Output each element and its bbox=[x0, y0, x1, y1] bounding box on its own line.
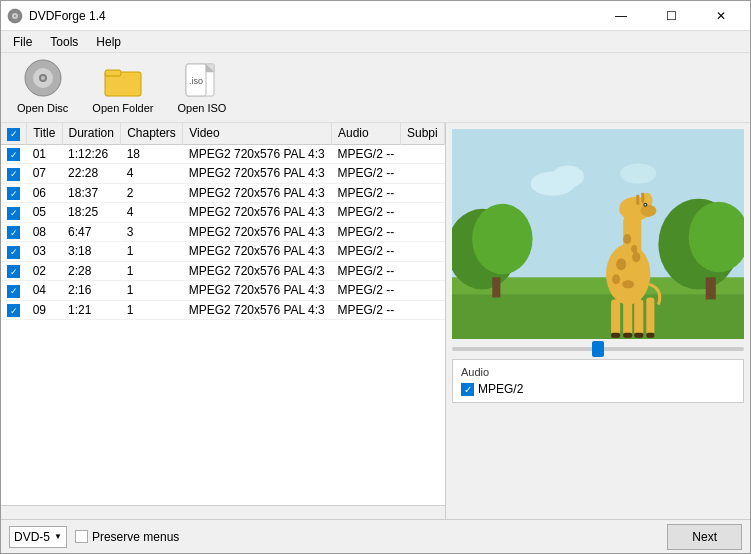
open-iso-label: Open ISO bbox=[178, 102, 227, 114]
table-row[interactable]: ✓ 01 1:12:26 18 MPEG2 720x576 PAL 4:3 MP… bbox=[1, 144, 445, 164]
left-panel: ✓ Title Duration Chapters Video Audio Su… bbox=[1, 123, 446, 519]
dvd-type-dropdown[interactable]: DVD-5 ▼ bbox=[9, 526, 67, 548]
toolbar: Open Disc Open Folder .iso Open ISO bbox=[1, 53, 750, 123]
row-chapters: 4 bbox=[121, 203, 183, 223]
content-area: ✓ Title Duration Chapters Video Audio Su… bbox=[1, 123, 750, 519]
iso-icon: .iso bbox=[182, 62, 222, 98]
row-checkbox-cell[interactable]: ✓ bbox=[1, 242, 27, 262]
title-bar: DVDForge 1.4 — ☐ ✕ bbox=[1, 1, 750, 31]
svg-rect-46 bbox=[623, 333, 632, 338]
audio-mpeg2-label: MPEG/2 bbox=[478, 382, 523, 396]
open-folder-button[interactable]: Open Folder bbox=[86, 60, 159, 116]
next-button[interactable]: Next bbox=[667, 524, 742, 550]
row-title: 02 bbox=[27, 261, 62, 281]
svg-point-39 bbox=[623, 234, 631, 244]
table-row[interactable]: ✓ 04 2:16 1 MPEG2 720x576 PAL 4:3 MPEG/2… bbox=[1, 281, 445, 301]
select-all-checkbox[interactable]: ✓ bbox=[7, 128, 20, 141]
slider-thumb[interactable] bbox=[592, 341, 604, 357]
row-checkbox[interactable]: ✓ bbox=[7, 304, 20, 317]
row-audio: MPEG/2 -- bbox=[332, 144, 401, 164]
row-audio: MPEG/2 -- bbox=[332, 222, 401, 242]
row-duration: 18:37 bbox=[62, 183, 121, 203]
row-chapters: 1 bbox=[121, 300, 183, 320]
row-duration: 2:28 bbox=[62, 261, 121, 281]
open-iso-button[interactable]: .iso Open ISO bbox=[172, 60, 233, 116]
table-row[interactable]: ✓ 08 6:47 3 MPEG2 720x576 PAL 4:3 MPEG/2… bbox=[1, 222, 445, 242]
row-audio: MPEG/2 -- bbox=[332, 300, 401, 320]
table-row[interactable]: ✓ 07 22:28 4 MPEG2 720x576 PAL 4:3 MPEG/… bbox=[1, 164, 445, 184]
timeline-slider[interactable] bbox=[452, 345, 744, 353]
row-checkbox-cell[interactable]: ✓ bbox=[1, 144, 27, 164]
preview-box bbox=[452, 129, 744, 339]
row-checkbox-cell[interactable]: ✓ bbox=[1, 261, 27, 281]
minimize-button[interactable]: — bbox=[598, 5, 644, 27]
row-checkbox-cell[interactable]: ✓ bbox=[1, 203, 27, 223]
table-row[interactable]: ✓ 02 2:28 1 MPEG2 720x576 PAL 4:3 MPEG/2… bbox=[1, 261, 445, 281]
open-disc-label: Open Disc bbox=[17, 102, 68, 114]
row-video: MPEG2 720x576 PAL 4:3 bbox=[183, 183, 332, 203]
close-button[interactable]: ✕ bbox=[698, 5, 744, 27]
row-checkbox[interactable]: ✓ bbox=[7, 226, 20, 239]
row-checkbox-cell[interactable]: ✓ bbox=[1, 183, 27, 203]
chevron-down-icon: ▼ bbox=[54, 532, 62, 541]
svg-point-30 bbox=[640, 205, 656, 217]
row-audio: MPEG/2 -- bbox=[332, 261, 401, 281]
col-header-video: Video bbox=[183, 123, 332, 144]
row-checkbox-cell[interactable]: ✓ bbox=[1, 164, 27, 184]
title-bar-left: DVDForge 1.4 bbox=[7, 8, 106, 24]
title-controls: — ☐ ✕ bbox=[598, 5, 744, 27]
row-chapters: 3 bbox=[121, 222, 183, 242]
menu-tools[interactable]: Tools bbox=[42, 33, 86, 51]
svg-rect-34 bbox=[641, 193, 644, 203]
table-row[interactable]: ✓ 09 1:21 1 MPEG2 720x576 PAL 4:3 MPEG/2… bbox=[1, 300, 445, 320]
preview-canvas bbox=[452, 129, 744, 339]
row-duration: 3:18 bbox=[62, 242, 121, 262]
row-title: 09 bbox=[27, 300, 62, 320]
table-row[interactable]: ✓ 03 3:18 1 MPEG2 720x576 PAL 4:3 MPEG/2… bbox=[1, 242, 445, 262]
menu-file[interactable]: File bbox=[5, 33, 40, 51]
svg-rect-43 bbox=[634, 299, 643, 334]
row-subpi bbox=[401, 203, 445, 223]
row-chapters: 1 bbox=[121, 242, 183, 262]
svg-point-18 bbox=[472, 204, 532, 274]
right-panel: Audio ✓ MPEG/2 bbox=[446, 123, 750, 519]
menu-bar: File Tools Help bbox=[1, 31, 750, 53]
row-chapters: 4 bbox=[121, 164, 183, 184]
row-chapters: 2 bbox=[121, 183, 183, 203]
table-row[interactable]: ✓ 06 18:37 2 MPEG2 720x576 PAL 4:3 MPEG/… bbox=[1, 183, 445, 203]
svg-rect-33 bbox=[636, 195, 639, 205]
title-table[interactable]: ✓ Title Duration Chapters Video Audio Su… bbox=[1, 123, 445, 505]
row-checkbox[interactable]: ✓ bbox=[7, 265, 20, 278]
horizontal-scrollbar[interactable] bbox=[1, 505, 445, 519]
col-header-title: Title bbox=[27, 123, 62, 144]
row-checkbox-cell[interactable]: ✓ bbox=[1, 281, 27, 301]
col-header-subpi: Subpi bbox=[401, 123, 445, 144]
app-icon bbox=[7, 8, 23, 24]
col-header-checkbox[interactable]: ✓ bbox=[1, 123, 27, 144]
row-checkbox-cell[interactable]: ✓ bbox=[1, 222, 27, 242]
svg-point-2 bbox=[14, 15, 16, 17]
status-bar: DVD-5 ▼ Preserve menus Next bbox=[1, 519, 750, 553]
window-title: DVDForge 1.4 bbox=[29, 9, 106, 23]
row-video: MPEG2 720x576 PAL 4:3 bbox=[183, 203, 332, 223]
row-checkbox[interactable]: ✓ bbox=[7, 168, 20, 181]
menu-help[interactable]: Help bbox=[88, 33, 129, 51]
row-title: 03 bbox=[27, 242, 62, 262]
row-checkbox-cell[interactable]: ✓ bbox=[1, 300, 27, 320]
row-checkbox[interactable]: ✓ bbox=[7, 187, 20, 200]
table-row[interactable]: ✓ 05 18:25 4 MPEG2 720x576 PAL 4:3 MPEG/… bbox=[1, 203, 445, 223]
maximize-button[interactable]: ☐ bbox=[648, 5, 694, 27]
row-chapters: 18 bbox=[121, 144, 183, 164]
preserve-menus-checkbox[interactable] bbox=[75, 530, 88, 543]
svg-rect-45 bbox=[611, 333, 620, 338]
svg-rect-41 bbox=[611, 299, 620, 334]
audio-mpeg2-checkbox[interactable]: ✓ bbox=[461, 383, 474, 396]
svg-point-35 bbox=[616, 258, 626, 270]
row-checkbox[interactable]: ✓ bbox=[7, 285, 20, 298]
slider-track[interactable] bbox=[452, 347, 744, 351]
row-checkbox[interactable]: ✓ bbox=[7, 207, 20, 220]
row-checkbox[interactable]: ✓ bbox=[7, 148, 20, 161]
open-disc-button[interactable]: Open Disc bbox=[11, 56, 74, 116]
audio-group-title: Audio bbox=[461, 366, 735, 378]
row-checkbox[interactable]: ✓ bbox=[7, 246, 20, 259]
